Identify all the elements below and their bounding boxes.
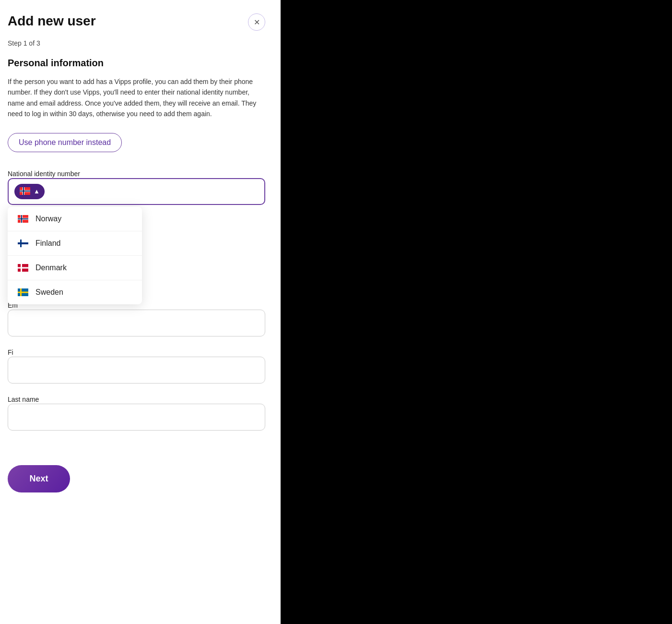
email-group: Em bbox=[8, 301, 265, 336]
right-panel bbox=[281, 0, 672, 624]
svg-rect-15 bbox=[18, 267, 28, 268]
sweden-flag-icon bbox=[17, 288, 29, 296]
next-button[interactable]: Next bbox=[8, 465, 70, 492]
dropdown-item-sweden[interactable]: Sweden bbox=[8, 280, 142, 304]
dropdown-item-label: Sweden bbox=[35, 288, 63, 297]
close-button[interactable]: ✕ bbox=[248, 13, 265, 31]
national-id-label: National identity number bbox=[8, 170, 80, 178]
dropdown-item-denmark[interactable]: Denmark bbox=[8, 256, 142, 280]
selected-flag-icon bbox=[19, 187, 31, 196]
norway-flag-icon bbox=[17, 215, 29, 223]
header-row: Add new user ✕ bbox=[8, 13, 265, 31]
svg-rect-18 bbox=[18, 291, 28, 293]
close-icon: ✕ bbox=[254, 18, 260, 27]
national-id-input[interactable] bbox=[48, 187, 259, 196]
page-title: Add new user bbox=[8, 13, 96, 29]
svg-rect-4 bbox=[20, 191, 30, 192]
country-dropdown: Norway Finland bbox=[8, 207, 142, 304]
modal-panel: Add new user ✕ Step 1 of 3 Personal info… bbox=[0, 0, 281, 624]
dropdown-item-finland[interactable]: Finland bbox=[8, 231, 142, 256]
chevron-up-icon: ▲ bbox=[34, 188, 40, 195]
national-id-wrapper: ▲ Norway bbox=[8, 178, 265, 205]
section-title: Personal information bbox=[8, 58, 265, 69]
dropdown-item-label: Finland bbox=[35, 239, 60, 248]
description-text: If the person you want to add has a Vipp… bbox=[8, 76, 265, 120]
national-id-group: National identity number ▲ bbox=[8, 169, 265, 205]
use-phone-button[interactable]: Use phone number instead bbox=[8, 133, 122, 152]
first-name-group: Fi bbox=[8, 348, 265, 384]
dropdown-item-label: Denmark bbox=[35, 264, 67, 272]
first-name-input[interactable] bbox=[8, 357, 265, 384]
last-name-group: Last name bbox=[8, 395, 265, 431]
dropdown-item-label: Norway bbox=[35, 215, 61, 223]
svg-rect-9 bbox=[18, 218, 28, 219]
email-input[interactable] bbox=[8, 310, 265, 336]
denmark-flag-icon bbox=[17, 264, 29, 272]
last-name-label: Last name bbox=[8, 396, 39, 403]
finland-flag-icon bbox=[17, 240, 29, 247]
first-name-label: Fi bbox=[8, 348, 13, 356]
country-selector-button[interactable]: ▲ bbox=[14, 184, 45, 199]
step-label: Step 1 of 3 bbox=[8, 39, 265, 47]
dropdown-item-norway[interactable]: Norway bbox=[8, 207, 142, 231]
national-id-input-row: ▲ bbox=[8, 178, 265, 205]
svg-rect-12 bbox=[18, 242, 28, 244]
last-name-input[interactable] bbox=[8, 404, 265, 431]
